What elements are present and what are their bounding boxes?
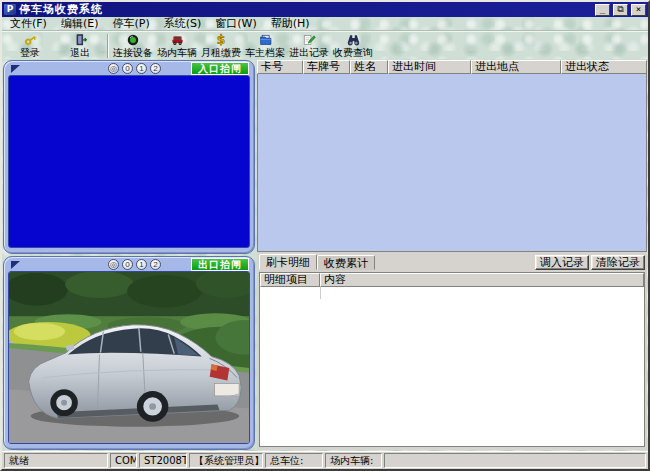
- column-header-detail-item[interactable]: 明细项目: [260, 273, 320, 287]
- records-column: 卡号 车牌号 姓名 进出时间 进出地点 进出状态 刷卡明细 收费累计 调入记录 …: [257, 60, 647, 450]
- camera-select-button[interactable]: 1: [136, 63, 147, 74]
- status-device-model: ST2008T2: [139, 453, 187, 468]
- exit-panel-header: ◎ 0 1 2 出口抬闸: [8, 258, 250, 271]
- exit-gate-open-button[interactable]: 出口抬闸: [191, 258, 249, 271]
- app-icon: P: [4, 4, 16, 15]
- clear-records-button[interactable]: 清除记录: [591, 255, 645, 270]
- camera-select-button[interactable]: 0: [122, 63, 133, 74]
- panel-wedge-decoration: [11, 261, 20, 269]
- column-header-content[interactable]: 内容: [320, 273, 644, 287]
- monthly-payment-button[interactable]: $ 月租缴费: [199, 33, 243, 59]
- vehicles-in-lot-button[interactable]: 场内车辆: [155, 33, 199, 59]
- window-title: 停车场收费系统: [19, 3, 592, 17]
- camera-select-button[interactable]: 2: [150, 259, 161, 270]
- menu-help[interactable]: 帮助(H): [264, 17, 317, 30]
- toolbar-separator: [107, 34, 109, 58]
- entry-exit-records-button[interactable]: 进出记录: [287, 33, 331, 59]
- column-header-plate-no[interactable]: 车牌号: [303, 60, 350, 74]
- exit-video-feed-car-photo: [8, 271, 250, 444]
- exit-capture-panel: ◎ 0 1 2 出口抬闸: [3, 256, 255, 450]
- detail-table: 明细项目 内容: [259, 272, 645, 447]
- connect-device-button[interactable]: 连接设备: [111, 33, 155, 59]
- video-column: ◎ 0 1 2 入口抬闸 ◎ 0 1 2: [3, 60, 255, 450]
- exit-button[interactable]: 退出: [55, 33, 105, 59]
- status-ready: 就绪: [4, 453, 108, 468]
- menu-system[interactable]: 系统(S): [157, 17, 209, 30]
- restore-button[interactable]: ⧉: [613, 4, 628, 16]
- entry-panel-header: ◎ 0 1 2 入口抬闸: [8, 62, 250, 75]
- records-list[interactable]: [257, 74, 647, 252]
- toolbar: 登录 退出 连接设备 场内车辆 $ 月租缴费: [2, 31, 648, 59]
- binoculars-icon: [346, 33, 361, 47]
- entry-gate-open-button[interactable]: 入口抬闸: [191, 62, 249, 75]
- minimize-button[interactable]: _: [595, 4, 610, 16]
- login-button[interactable]: 登录: [5, 33, 55, 59]
- toolbar-label: 退出: [70, 47, 90, 58]
- toolbar-label: 连接设备: [113, 47, 153, 58]
- status-com-port: COM1: [110, 453, 137, 468]
- menu-edit[interactable]: 编辑(E): [54, 17, 106, 30]
- key-icon: [23, 33, 38, 47]
- camera-select-button[interactable]: 1: [136, 259, 147, 270]
- owner-files-icon: [258, 33, 273, 47]
- toolbar-label: 车主档案: [245, 47, 285, 58]
- column-header-location[interactable]: 进出地点: [471, 60, 561, 74]
- tab-card-detail[interactable]: 刷卡明细: [259, 254, 317, 270]
- status-operator-role: 【系统管理员】: [189, 453, 263, 468]
- column-header-name[interactable]: 姓名: [350, 60, 388, 74]
- status-bar: 就绪 COM1 ST2008T2 【系统管理员】 总车位: 场内车辆:: [2, 451, 648, 469]
- records-pen-icon: [302, 33, 316, 47]
- app-window: P 停车场收费系统 _ ⧉ × 文件(F) 编辑(E) 停车(P) 系统(S) …: [0, 0, 650, 471]
- exit-door-icon: [73, 33, 88, 47]
- camera-select-button[interactable]: ◎: [108, 63, 119, 74]
- menu-bar: 文件(F) 编辑(E) 停车(P) 系统(S) 窗口(W) 帮助(H): [2, 17, 648, 31]
- dollar-icon: $: [214, 33, 228, 47]
- column-header-time[interactable]: 进出时间: [388, 60, 471, 74]
- camera-select-button[interactable]: 0: [122, 259, 133, 270]
- camera-select-button[interactable]: 2: [150, 63, 161, 74]
- tab-fee-total[interactable]: 收费累计: [317, 255, 375, 270]
- status-vehicles-in-lot: 场内车辆:: [325, 453, 382, 468]
- load-records-button[interactable]: 调入记录: [535, 255, 589, 270]
- toolbar-label: 收费查询: [333, 47, 373, 58]
- menu-window[interactable]: 窗口(W): [208, 17, 263, 30]
- svg-text:$: $: [217, 33, 226, 47]
- entry-camera-buttons: ◎ 0 1 2: [108, 63, 161, 74]
- detail-tab-row: 刷卡明细 收费累计 调入记录 清除记录: [259, 254, 645, 271]
- title-bar: P 停车场收费系统 _ ⧉ ×: [2, 2, 648, 17]
- status-total-spaces: 总车位:: [265, 453, 323, 468]
- column-header-status[interactable]: 进出状态: [561, 60, 647, 74]
- detail-table-body[interactable]: [260, 287, 644, 446]
- toolbar-label: 场内车辆: [157, 47, 197, 58]
- vehicles-icon: [170, 33, 185, 47]
- records-table-header: 卡号 车牌号 姓名 进出时间 进出地点 进出状态: [257, 60, 647, 74]
- menu-file[interactable]: 文件(F): [3, 17, 54, 30]
- toolbar-label: 登录: [20, 47, 40, 58]
- fee-query-button[interactable]: 收费查询: [331, 33, 375, 59]
- close-button[interactable]: ×: [631, 4, 646, 16]
- toolbar-label: 进出记录: [289, 47, 329, 58]
- connect-device-icon: [126, 33, 140, 47]
- car-photo-illustration: [9, 272, 249, 443]
- detail-column-divider: [320, 287, 321, 299]
- entry-video-feed: [8, 75, 250, 248]
- menu-parking[interactable]: 停车(P): [105, 17, 156, 30]
- entry-capture-panel: ◎ 0 1 2 入口抬闸: [3, 60, 255, 254]
- panel-wedge-decoration: [11, 65, 20, 73]
- status-spacer: [384, 453, 646, 468]
- client-area: ◎ 0 1 2 入口抬闸 ◎ 0 1 2: [2, 59, 648, 451]
- detail-section: 刷卡明细 收费累计 调入记录 清除记录 明细项目 内容: [257, 252, 647, 450]
- owner-files-button[interactable]: 车主档案: [243, 33, 287, 59]
- detail-table-header: 明细项目 内容: [260, 273, 644, 287]
- exit-camera-buttons: ◎ 0 1 2: [108, 259, 161, 270]
- column-header-card-no[interactable]: 卡号: [257, 60, 303, 74]
- camera-select-button[interactable]: ◎: [108, 259, 119, 270]
- toolbar-label: 月租缴费: [201, 47, 241, 58]
